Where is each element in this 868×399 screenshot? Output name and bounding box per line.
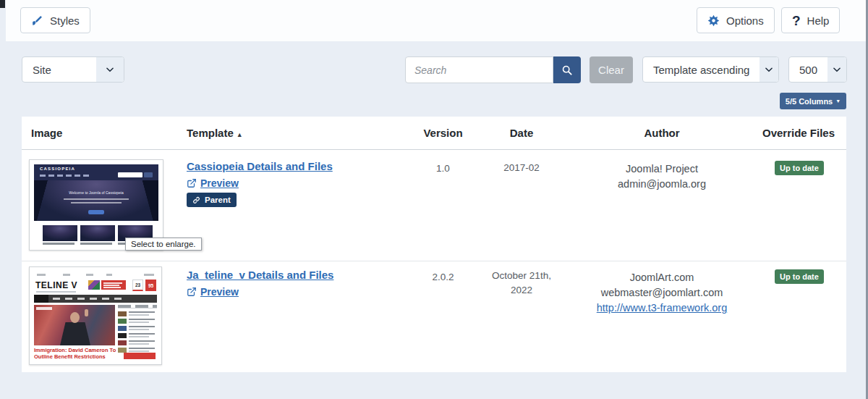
cassiopeia-thumb-hero-sub2 — [71, 202, 122, 203]
author-name: Joomla! Project — [571, 161, 752, 177]
caret-down-icon: ▼ — [835, 98, 841, 104]
cassiopeia-thumb-hero-button — [88, 210, 104, 214]
cassiopeia-thumb-hero-sub1 — [64, 198, 129, 200]
list-limit-value: 500 — [789, 64, 827, 76]
chevron-down-icon — [827, 57, 846, 82]
styles-button[interactable]: Styles — [20, 7, 90, 33]
column-header-override-files: Override Files — [754, 127, 843, 139]
gear-icon — [707, 14, 720, 27]
teline-thumb-brand: TELINE V — [35, 280, 77, 290]
cassiopeia-thumb-searchbtn — [144, 172, 153, 177]
author-email: webmaster@joomlart.com — [571, 285, 752, 301]
link-icon — [192, 196, 200, 204]
cassiopeia-thumb-brand: CASSIOPEIA — [40, 167, 75, 171]
preview-link[interactable]: Preview — [200, 286, 239, 298]
external-link-icon — [187, 178, 197, 188]
columns-toggle-label: 5/5 Columns — [786, 97, 833, 106]
teline-thumb-sidebar — [118, 305, 157, 360]
teline-thumb-photo — [34, 305, 115, 345]
column-header-version: Version — [405, 127, 481, 139]
cassiopeia-thumb-searchbox — [118, 172, 142, 177]
enlarge-tooltip: Select to enlarge. — [125, 238, 202, 251]
cassiopeia-thumb-trees-left — [34, 180, 59, 221]
teline-thumb-promo-image — [88, 280, 100, 290]
sort-order-value: Template ascending — [643, 64, 760, 76]
author-url-link[interactable]: http://www.t3-framework.org — [597, 302, 728, 314]
author-cell: Joomla! Project admin@joomla.org — [571, 161, 752, 192]
template-details-link[interactable]: Cassiopeia Details and Files — [187, 160, 333, 172]
preview-link[interactable]: Preview — [200, 177, 239, 189]
author-name: JoomlArt.com — [571, 270, 752, 285]
chevron-down-icon — [96, 57, 124, 82]
column-header-image: Image — [31, 127, 62, 139]
screen-corner-artifact — [0, 0, 5, 8]
teline-thumb-headline: Immigration: David Cameron To Outline Be… — [34, 347, 116, 360]
sort-order-select[interactable]: Template ascending — [642, 56, 779, 83]
row-divider — [22, 261, 846, 261]
clear-button[interactable]: Clear — [590, 56, 633, 83]
cassiopeia-thumb-header: CASSIOPEIA — [34, 164, 158, 180]
external-link-icon — [187, 287, 197, 297]
template-details-link[interactable]: Ja_teline_v Details and Files — [187, 269, 333, 281]
parent-badge-label: Parent — [205, 196, 231, 204]
date-cell: October 21th, 2022 — [485, 269, 558, 297]
site-filter-value: Site — [22, 64, 96, 76]
teline-thumb-topstrip — [34, 272, 157, 278]
options-button[interactable]: Options — [697, 7, 775, 33]
search-input[interactable] — [405, 56, 553, 83]
options-button-label: Options — [726, 14, 764, 27]
teline-thumbnail[interactable]: TELINE V 23 95 — [29, 266, 162, 365]
cassiopeia-thumb-trees-right — [129, 180, 158, 221]
site-filter-select[interactable]: Site — [22, 56, 124, 83]
author-cell: JoomlArt.com webmaster@joomlart.com http… — [571, 270, 752, 316]
templates-manager-page: Styles Options ? Help Site — [0, 0, 868, 399]
author-email: admin@joomla.org — [571, 177, 752, 192]
cassiopeia-thumb-card — [43, 225, 77, 245]
search-icon — [561, 64, 573, 76]
help-button[interactable]: ? Help — [781, 7, 840, 33]
question-mark-icon: ? — [792, 14, 801, 28]
list-limit-select[interactable]: 500 — [788, 56, 847, 83]
column-header-date: Date — [482, 127, 561, 139]
teline-thumb-promo-box — [101, 280, 126, 290]
teline-thumb-tagline — [36, 291, 76, 293]
chevron-down-icon — [760, 57, 778, 82]
cassiopeia-thumb-card — [80, 225, 115, 245]
teline-thumb-navbar — [34, 295, 157, 303]
styles-button-label: Styles — [50, 14, 80, 27]
column-header-author: Author — [571, 127, 752, 139]
search-button[interactable] — [553, 56, 581, 83]
version-cell: 1.0 — [405, 161, 481, 176]
teline-thumb-stat-right: 95 — [145, 280, 156, 291]
teline-preview-image: TELINE V 23 95 — [34, 272, 157, 360]
version-cell: 2.0.2 — [405, 270, 481, 285]
override-status-badge: Up to date — [775, 161, 824, 175]
sort-ascending-icon: ▲ — [237, 131, 243, 138]
columns-toggle-button[interactable]: 5/5 Columns ▼ — [780, 93, 846, 109]
teline-thumb-stat-left: 23 — [132, 280, 143, 291]
override-status-badge: Up to date — [775, 269, 824, 284]
table-header-row: Image Template▲ Version Date Author Over… — [22, 117, 846, 150]
column-header-template[interactable]: Template▲ — [187, 127, 243, 139]
parent-badge[interactable]: Parent — [187, 193, 237, 207]
toolbar: Styles Options ? Help — [6, 0, 867, 41]
teline-thumb-red-button — [124, 353, 156, 359]
cassiopeia-preview-image: CASSIOPEIA Welcome to Joomla of Cassiope… — [34, 164, 158, 245]
cassiopeia-thumb-hero-title: Welcome to Joomla of Cassiopeia — [34, 190, 158, 195]
help-button-label: Help — [807, 14, 830, 27]
cassiopeia-thumb-nav — [40, 175, 90, 177]
date-cell: 2017-02 — [482, 161, 561, 175]
brush-icon — [31, 14, 43, 27]
